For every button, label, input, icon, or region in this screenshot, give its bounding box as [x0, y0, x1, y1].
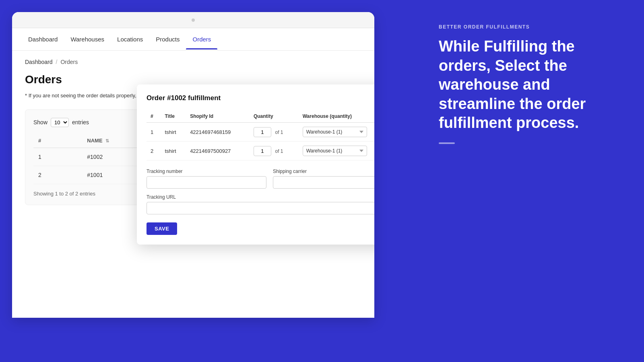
- modal-table-row: 1 tshirt 42214697468159 of 1 Warehouse-1…: [147, 123, 374, 142]
- nav-orders[interactable]: Orders: [186, 29, 217, 49]
- modal-row-qty: of 1: [250, 142, 299, 160]
- tracking-url-label: Tracking URL: [147, 194, 374, 200]
- qty-input[interactable]: [254, 146, 271, 156]
- right-subtitle: BETTER ORDER FULFILLMENTS: [439, 24, 624, 30]
- breadcrumb-current: Orders: [60, 59, 78, 65]
- browser-bar: [12, 12, 374, 28]
- tracking-url-group: Tracking URL: [147, 194, 374, 214]
- fulfillment-modal: Order #1002 fulfillment #TitleShopify Id…: [137, 84, 374, 245]
- modal-row-shopify: 42214697468159: [186, 123, 250, 142]
- save-button[interactable]: SAVE: [147, 222, 177, 235]
- modal-col: #: [147, 110, 161, 123]
- tracking-number-group: Tracking number: [147, 169, 266, 189]
- breadcrumb-separator: /: [56, 59, 58, 65]
- modal-col: Quantity: [250, 110, 299, 123]
- breadcrumb: Dashboard / Orders: [25, 59, 361, 65]
- qty-input[interactable]: [254, 127, 271, 137]
- tracking-url-input[interactable]: [147, 202, 374, 214]
- modal-title: Order #1002 fulfillment: [147, 94, 374, 102]
- shipping-carrier-group: Shipping carrier: [273, 169, 374, 189]
- nav-bar: Dashboard Warehouses Locations Products …: [12, 28, 374, 51]
- qty-of: of 1: [275, 148, 283, 154]
- warehouse-select[interactable]: Warehouse-1 (1): [303, 127, 367, 137]
- nav-dashboard[interactable]: Dashboard: [22, 29, 64, 49]
- shipping-carrier-input[interactable]: [273, 176, 374, 189]
- right-divider: [439, 142, 455, 144]
- nav-locations[interactable]: Locations: [111, 29, 149, 49]
- show-label: Show: [33, 119, 47, 125]
- breadcrumb-home[interactable]: Dashboard: [25, 59, 53, 65]
- modal-row-shopify: 42214697500927: [186, 142, 250, 160]
- row-num: 2: [33, 166, 82, 184]
- modal-row-title: tshirt: [161, 123, 186, 142]
- tracking-number-label: Tracking number: [147, 169, 266, 174]
- right-title: While Fulfilling the orders, Select the …: [439, 37, 624, 133]
- right-panel: BETTER ORDER FULFILLMENTS While Fulfilli…: [419, 0, 644, 362]
- tracking-row: Tracking number Shipping carrier: [147, 169, 374, 189]
- shipping-carrier-label: Shipping carrier: [273, 169, 374, 174]
- modal-table-row: 2 tshirt 42214697500927 of 1 Warehouse-1…: [147, 142, 374, 160]
- modal-table: #TitleShopify IdQuantityWarehouse (quant…: [147, 110, 374, 160]
- warehouse-select[interactable]: Warehouse-1 (1): [303, 146, 367, 156]
- nav-products[interactable]: Products: [149, 29, 186, 49]
- modal-row-num: 1: [147, 123, 161, 142]
- modal-col: Warehouse (quantity): [299, 110, 374, 123]
- browser-dot: [192, 19, 195, 22]
- modal-row-warehouse: Warehouse-1 (1): [299, 123, 374, 142]
- tracking-number-input[interactable]: [147, 176, 266, 189]
- tracking-url-row: Tracking URL: [147, 194, 374, 214]
- modal-row-qty: of 1: [250, 123, 299, 142]
- modal-row-num: 2: [147, 142, 161, 160]
- modal-row-warehouse: Warehouse-1 (1): [299, 142, 374, 160]
- modal-row-title: tshirt: [161, 142, 186, 160]
- entries-label: entries: [72, 119, 89, 125]
- qty-of: of 1: [275, 130, 283, 135]
- col-num: #: [33, 134, 82, 148]
- row-num: 1: [33, 148, 82, 166]
- modal-col: Shopify Id: [186, 110, 250, 123]
- modal-col: Title: [161, 110, 186, 123]
- entries-select[interactable]: 10 25 50: [51, 118, 69, 127]
- nav-warehouses[interactable]: Warehouses: [64, 29, 111, 49]
- sort-icon: ⇅: [105, 138, 109, 144]
